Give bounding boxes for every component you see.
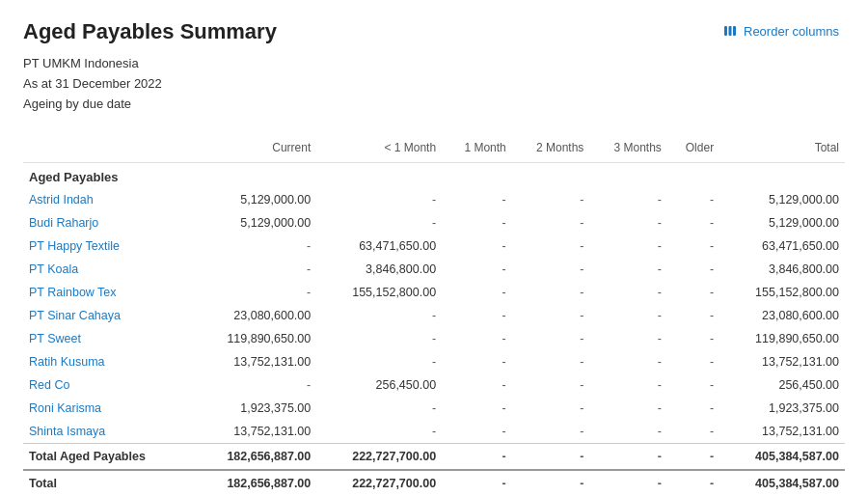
contact-cell[interactable]: PT Happy Textile [23, 234, 191, 258]
table-row: PT Sinar Cahaya23,080,600.00-----23,080,… [23, 304, 845, 327]
col-1month: 1 Month [442, 133, 512, 163]
value-cell: 5,129,000.00 [719, 211, 845, 234]
reorder-icon [722, 23, 738, 39]
value-cell: 5,129,000.00 [191, 211, 316, 234]
value-cell: - [667, 327, 719, 350]
subtotal-cell: 182,656,887.00 [191, 444, 316, 471]
subtotal-cell: - [512, 444, 590, 471]
col-lt1month: < 1 Month [316, 133, 442, 163]
value-cell: - [589, 234, 667, 258]
section-header-row: Aged Payables [23, 163, 845, 189]
value-cell: - [442, 350, 512, 373]
total-cell: 222,727,700.00 [316, 470, 442, 496]
table-row: PT Rainbow Tex-155,152,800.00----155,152… [23, 281, 845, 304]
reorder-label: Reorder columns [744, 24, 839, 39]
aged-payables-table: Current < 1 Month 1 Month 2 Months 3 Mon… [23, 133, 845, 496]
table-row: Astrid Indah5,129,000.00-----5,129,000.0… [23, 188, 845, 211]
page-title: Aged Payables Summary [23, 19, 277, 44]
contact-link[interactable]: PT Koala [29, 262, 78, 276]
value-cell: - [512, 304, 590, 327]
subtotal-row: Total Aged Payables182,656,887.00222,727… [23, 444, 845, 471]
value-cell: - [316, 420, 442, 444]
reorder-columns-button[interactable]: Reorder columns [717, 19, 845, 42]
value-cell: 256,450.00 [316, 373, 442, 397]
total-row: Total182,656,887.00222,727,700.00----405… [23, 470, 845, 496]
contact-cell[interactable]: Shinta Ismaya [23, 420, 191, 444]
col-current: Current [191, 133, 316, 163]
value-cell: - [512, 211, 590, 234]
page-header: Aged Payables Summary Reorder columns [23, 19, 845, 44]
value-cell: - [512, 420, 590, 444]
value-cell: - [589, 327, 667, 350]
value-cell: - [512, 188, 590, 211]
total-cell: - [667, 470, 719, 496]
value-cell: - [512, 281, 590, 304]
table-row: Ratih Kusuma13,752,131.00-----13,752,131… [23, 350, 845, 373]
value-cell: 13,752,131.00 [191, 420, 316, 444]
contact-cell[interactable]: Ratih Kusuma [23, 350, 191, 373]
contact-link[interactable]: PT Sweet [29, 332, 81, 345]
value-cell: 119,890,650.00 [719, 327, 845, 350]
as-at-date: As at 31 December 2022 [23, 74, 845, 95]
contact-cell[interactable]: Red Co [23, 373, 191, 397]
contact-link[interactable]: Roni Karisma [29, 401, 101, 415]
contact-link[interactable]: PT Rainbow Tex [29, 286, 117, 299]
table-row: PT Koala-3,846,800.00----3,846,800.00 [23, 258, 845, 281]
value-cell: - [442, 211, 512, 234]
value-cell: - [316, 397, 442, 420]
contact-cell[interactable]: Roni Karisma [23, 397, 191, 420]
value-cell: - [667, 420, 719, 444]
contact-cell[interactable]: Budi Raharjo [23, 211, 191, 234]
value-cell: - [667, 397, 719, 420]
table-row: Budi Raharjo5,129,000.00-----5,129,000.0… [23, 211, 845, 234]
contact-cell[interactable]: PT Sinar Cahaya [23, 304, 191, 327]
svg-rect-0 [724, 26, 727, 36]
value-cell: 63,471,650.00 [719, 234, 845, 258]
value-cell: - [442, 281, 512, 304]
col-2months: 2 Months [512, 133, 590, 163]
value-cell: - [589, 304, 667, 327]
contact-link[interactable]: PT Happy Textile [29, 239, 120, 253]
value-cell: - [512, 397, 590, 420]
value-cell: - [191, 373, 316, 397]
contact-cell[interactable]: PT Sweet [23, 327, 191, 350]
subtotal-cell: 222,727,700.00 [316, 444, 442, 471]
value-cell: - [191, 258, 316, 281]
table-row: Red Co-256,450.00----256,450.00 [23, 373, 845, 397]
contact-cell[interactable]: Astrid Indah [23, 188, 191, 211]
value-cell: - [589, 373, 667, 397]
subtotal-cell: 405,384,587.00 [719, 444, 845, 471]
table-row: Roni Karisma1,923,375.00-----1,923,375.0… [23, 397, 845, 420]
svg-rect-2 [733, 26, 736, 36]
value-cell: 13,752,131.00 [719, 420, 845, 444]
contact-link[interactable]: PT Sinar Cahaya [29, 309, 121, 322]
contact-link[interactable]: Red Co [29, 378, 69, 392]
value-cell: 63,471,650.00 [316, 234, 442, 258]
value-cell: 13,752,131.00 [191, 350, 316, 373]
contact-link[interactable]: Ratih Kusuma [29, 355, 105, 369]
ageing-method: Ageing by due date [23, 95, 845, 115]
svg-rect-1 [729, 26, 732, 36]
total-cell: - [589, 470, 667, 496]
total-cell: - [442, 470, 512, 496]
value-cell: 3,846,800.00 [316, 258, 442, 281]
contact-link[interactable]: Budi Raharjo [29, 216, 98, 230]
value-cell: 155,152,800.00 [719, 281, 845, 304]
value-cell: - [589, 258, 667, 281]
value-cell: - [667, 234, 719, 258]
value-cell: 256,450.00 [719, 373, 845, 397]
value-cell: - [316, 211, 442, 234]
subtotal-cell: - [667, 444, 719, 471]
table-header-row: Current < 1 Month 1 Month 2 Months 3 Mon… [23, 133, 845, 163]
contact-cell[interactable]: PT Koala [23, 258, 191, 281]
value-cell: - [442, 234, 512, 258]
value-cell: - [512, 373, 590, 397]
value-cell: - [667, 350, 719, 373]
col-total: Total [719, 133, 845, 163]
contact-link[interactable]: Shinta Ismaya [29, 425, 105, 438]
contact-cell[interactable]: PT Rainbow Tex [23, 281, 191, 304]
value-cell: - [667, 211, 719, 234]
value-cell: - [442, 397, 512, 420]
contact-link[interactable]: Astrid Indah [29, 193, 94, 207]
value-cell: - [589, 188, 667, 211]
